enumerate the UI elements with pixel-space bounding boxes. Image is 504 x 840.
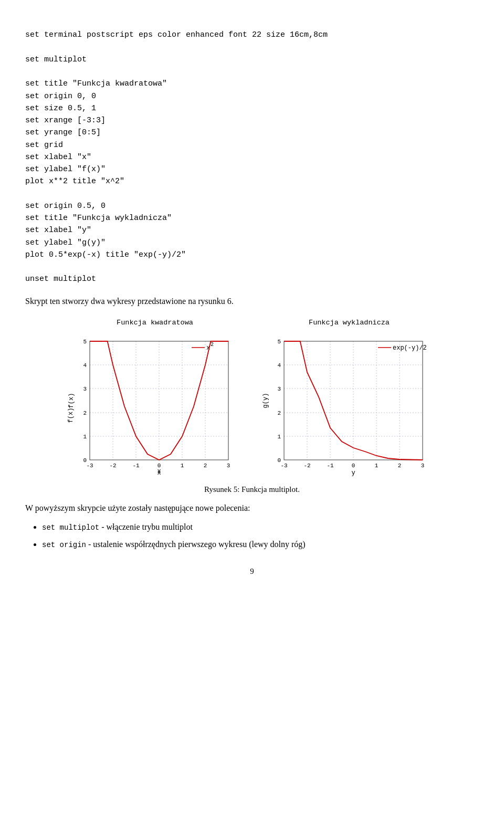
right-chart-svg: exp(-y)/2 — [260, 329, 438, 481]
left-xtick-3: 3 — [227, 463, 230, 469]
code-line-5: set title "Funkcja kwadratowa" — [25, 79, 167, 88]
right-ytick-2: 2 — [277, 410, 281, 416]
left-chart-svg: x 2 — [66, 329, 244, 481]
code-line-1: set terminal postscript eps color enhanc… — [25, 30, 328, 39]
left-xtick-0: 0 — [158, 463, 161, 469]
left-ytick-5: 5 — [83, 339, 87, 345]
bullet-2-desc: - ustalenie współrzędnych pierwszego wyk… — [86, 540, 306, 549]
code-line-21: unset multiplot — [25, 275, 96, 284]
right-ytick-1: 1 — [277, 434, 281, 440]
left-chart-title: Funkcja kwadratowa — [117, 319, 193, 327]
right-xtick-1: 1 — [375, 463, 379, 469]
left-xtick-2: 2 — [204, 463, 207, 469]
left-curve — [90, 341, 228, 460]
code-line-17: set xlabel "y" — [25, 226, 91, 235]
bullet-list: set multiplot - włączenie trybu multiplo… — [42, 520, 479, 551]
right-ytick-4: 4 — [277, 362, 281, 369]
bullet-1-desc: - włączenie trybu multiplot — [99, 522, 193, 531]
bullet-1-code: set multiplot — [42, 523, 99, 532]
figure-caption: Rysunek 5: Funkcja multiplot. — [25, 485, 479, 494]
code-line-9: set yrange [0:5] — [25, 128, 101, 137]
code-line-10: set grid — [25, 141, 63, 150]
bullet-item-1: set multiplot - włączenie trybu multiplo… — [42, 520, 479, 534]
code-line-12: set ylabel "f(x)" — [25, 165, 106, 174]
left-ylabel: f(x) — [67, 407, 75, 423]
right-chart-title: Funkcja wykladnicza — [309, 319, 390, 327]
charts-row: Funkcja kwadratowa x 2 — [25, 319, 479, 481]
svg-rect-10 — [90, 341, 228, 460]
code-line-7: set size 0.5, 1 — [25, 104, 96, 113]
right-xtick--2: -2 — [303, 463, 310, 469]
right-xtick-3: 3 — [421, 463, 425, 469]
code-line-3: set multiplot — [25, 55, 87, 64]
code-line-15: set origin 0.5, 0 — [25, 202, 106, 211]
right-legend-label: exp(-y)/2 — [393, 344, 427, 352]
code-block: set terminal postscript eps color enhanc… — [25, 17, 479, 286]
bullet-item-2: set origin - ustalenie współrzędnych pie… — [42, 538, 479, 551]
code-line-11: set xlabel "x" — [25, 153, 91, 162]
left-ytick-4: 4 — [83, 362, 87, 369]
code-line-16: set title "Funkcja wykladnicza" — [25, 214, 172, 223]
page-number: 9 — [25, 567, 479, 576]
right-xtick--3: -3 — [280, 463, 287, 469]
code-line-13: plot x**2 title "x^2" — [25, 177, 124, 186]
left-ytick-1: 1 — [83, 434, 87, 440]
left-ytick-3: 3 — [83, 386, 87, 392]
right-ylabel-rotated: g(y) — [262, 393, 269, 408]
code-line-18: set ylabel "g(y)" — [25, 238, 106, 247]
right-curve — [284, 341, 423, 460]
right-xlabel-text: y — [351, 469, 355, 477]
left-xtick--1: -1 — [132, 463, 140, 469]
code-line-19: plot 0.5*exp(-x) title "exp(-y)/2" — [25, 250, 186, 259]
left-xtick--3: -3 — [86, 463, 93, 469]
right-ytick-3: 3 — [277, 386, 281, 392]
right-xtick--1: -1 — [327, 463, 334, 469]
left-ytick-2: 2 — [83, 410, 87, 416]
right-ytick-5: 5 — [277, 339, 281, 345]
left-ylabel-rotated: f(x) — [68, 393, 75, 408]
left-legend-superscript: 2 — [211, 342, 214, 348]
text-before-figure: Skrypt ten stworzy dwa wykresy przedstaw… — [25, 295, 479, 308]
code-line-6: set origin 0, 0 — [25, 92, 96, 101]
right-chart-container: Funkcja wykladnicza exp(-y)/2 — [260, 319, 438, 481]
code-line-8: set xrange [-3:3] — [25, 116, 106, 125]
left-chart-container: Funkcja kwadratowa x 2 — [66, 319, 244, 481]
left-xtick-1: 1 — [181, 463, 184, 469]
section-intro: W powyższym skrypcie użyte zostały nastę… — [25, 501, 479, 515]
left-xlabel-text: x — [157, 469, 161, 477]
right-xtick-2: 2 — [398, 463, 402, 469]
right-xtick-0: 0 — [352, 463, 355, 469]
bullet-2-code: set origin — [42, 541, 86, 549]
left-xtick--2: -2 — [109, 463, 116, 469]
svg-rect-21 — [284, 341, 423, 460]
